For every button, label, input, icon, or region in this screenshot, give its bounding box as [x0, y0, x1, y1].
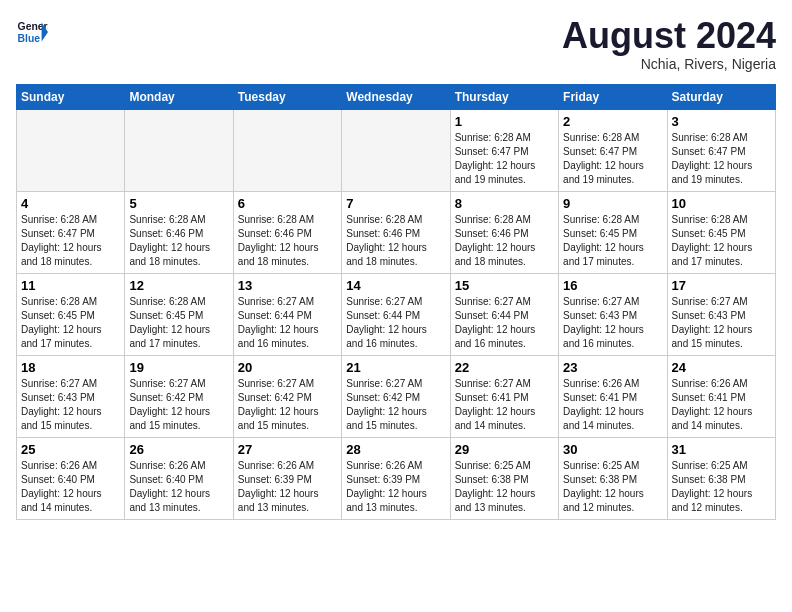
- calendar-cell: 4Sunrise: 6:28 AMSunset: 6:47 PMDaylight…: [17, 191, 125, 273]
- day-number: 13: [238, 278, 337, 293]
- day-number: 4: [21, 196, 120, 211]
- calendar-cell: 24Sunrise: 6:26 AMSunset: 6:41 PMDayligh…: [667, 355, 775, 437]
- calendar-cell: 10Sunrise: 6:28 AMSunset: 6:45 PMDayligh…: [667, 191, 775, 273]
- day-info: Sunrise: 6:26 AMSunset: 6:41 PMDaylight:…: [672, 377, 771, 433]
- calendar-cell: 9Sunrise: 6:28 AMSunset: 6:45 PMDaylight…: [559, 191, 667, 273]
- calendar-cell: 12Sunrise: 6:28 AMSunset: 6:45 PMDayligh…: [125, 273, 233, 355]
- day-info: Sunrise: 6:28 AMSunset: 6:45 PMDaylight:…: [672, 213, 771, 269]
- calendar-cell: 29Sunrise: 6:25 AMSunset: 6:38 PMDayligh…: [450, 437, 558, 519]
- calendar-cell: 18Sunrise: 6:27 AMSunset: 6:43 PMDayligh…: [17, 355, 125, 437]
- calendar-cell: 25Sunrise: 6:26 AMSunset: 6:40 PMDayligh…: [17, 437, 125, 519]
- day-info: Sunrise: 6:28 AMSunset: 6:45 PMDaylight:…: [129, 295, 228, 351]
- day-number: 21: [346, 360, 445, 375]
- calendar-cell: 11Sunrise: 6:28 AMSunset: 6:45 PMDayligh…: [17, 273, 125, 355]
- calendar-cell: 19Sunrise: 6:27 AMSunset: 6:42 PMDayligh…: [125, 355, 233, 437]
- day-info: Sunrise: 6:28 AMSunset: 6:45 PMDaylight:…: [21, 295, 120, 351]
- day-number: 29: [455, 442, 554, 457]
- day-info: Sunrise: 6:28 AMSunset: 6:46 PMDaylight:…: [346, 213, 445, 269]
- page-header: General Blue August 2024 Nchia, Rivers, …: [16, 16, 776, 72]
- day-number: 14: [346, 278, 445, 293]
- day-number: 25: [21, 442, 120, 457]
- calendar-cell: 23Sunrise: 6:26 AMSunset: 6:41 PMDayligh…: [559, 355, 667, 437]
- day-info: Sunrise: 6:26 AMSunset: 6:39 PMDaylight:…: [346, 459, 445, 515]
- weekday-saturday: Saturday: [667, 84, 775, 109]
- calendar-cell: 7Sunrise: 6:28 AMSunset: 6:46 PMDaylight…: [342, 191, 450, 273]
- day-number: 28: [346, 442, 445, 457]
- day-info: Sunrise: 6:28 AMSunset: 6:47 PMDaylight:…: [455, 131, 554, 187]
- calendar-week-4: 18Sunrise: 6:27 AMSunset: 6:43 PMDayligh…: [17, 355, 776, 437]
- calendar-cell: 20Sunrise: 6:27 AMSunset: 6:42 PMDayligh…: [233, 355, 341, 437]
- day-number: 19: [129, 360, 228, 375]
- location-subtitle: Nchia, Rivers, Nigeria: [562, 56, 776, 72]
- day-info: Sunrise: 6:28 AMSunset: 6:47 PMDaylight:…: [563, 131, 662, 187]
- day-info: Sunrise: 6:27 AMSunset: 6:42 PMDaylight:…: [238, 377, 337, 433]
- calendar-cell: 30Sunrise: 6:25 AMSunset: 6:38 PMDayligh…: [559, 437, 667, 519]
- day-number: 30: [563, 442, 662, 457]
- calendar-week-3: 11Sunrise: 6:28 AMSunset: 6:45 PMDayligh…: [17, 273, 776, 355]
- weekday-monday: Monday: [125, 84, 233, 109]
- calendar-cell: 8Sunrise: 6:28 AMSunset: 6:46 PMDaylight…: [450, 191, 558, 273]
- day-info: Sunrise: 6:26 AMSunset: 6:39 PMDaylight:…: [238, 459, 337, 515]
- weekday-sunday: Sunday: [17, 84, 125, 109]
- day-info: Sunrise: 6:25 AMSunset: 6:38 PMDaylight:…: [672, 459, 771, 515]
- day-info: Sunrise: 6:27 AMSunset: 6:44 PMDaylight:…: [455, 295, 554, 351]
- calendar-cell: 15Sunrise: 6:27 AMSunset: 6:44 PMDayligh…: [450, 273, 558, 355]
- calendar-cell: 6Sunrise: 6:28 AMSunset: 6:46 PMDaylight…: [233, 191, 341, 273]
- calendar-cell: 26Sunrise: 6:26 AMSunset: 6:40 PMDayligh…: [125, 437, 233, 519]
- day-number: 1: [455, 114, 554, 129]
- calendar-cell: 21Sunrise: 6:27 AMSunset: 6:42 PMDayligh…: [342, 355, 450, 437]
- weekday-thursday: Thursday: [450, 84, 558, 109]
- day-info: Sunrise: 6:27 AMSunset: 6:41 PMDaylight:…: [455, 377, 554, 433]
- calendar-cell: 22Sunrise: 6:27 AMSunset: 6:41 PMDayligh…: [450, 355, 558, 437]
- calendar-cell: 3Sunrise: 6:28 AMSunset: 6:47 PMDaylight…: [667, 109, 775, 191]
- calendar-week-5: 25Sunrise: 6:26 AMSunset: 6:40 PMDayligh…: [17, 437, 776, 519]
- day-number: 20: [238, 360, 337, 375]
- day-info: Sunrise: 6:27 AMSunset: 6:44 PMDaylight:…: [238, 295, 337, 351]
- calendar-cell: 2Sunrise: 6:28 AMSunset: 6:47 PMDaylight…: [559, 109, 667, 191]
- day-info: Sunrise: 6:26 AMSunset: 6:40 PMDaylight:…: [129, 459, 228, 515]
- day-info: Sunrise: 6:27 AMSunset: 6:43 PMDaylight:…: [672, 295, 771, 351]
- day-info: Sunrise: 6:26 AMSunset: 6:41 PMDaylight:…: [563, 377, 662, 433]
- calendar-table: SundayMondayTuesdayWednesdayThursdayFrid…: [16, 84, 776, 520]
- calendar-week-1: 1Sunrise: 6:28 AMSunset: 6:47 PMDaylight…: [17, 109, 776, 191]
- day-number: 12: [129, 278, 228, 293]
- calendar-cell: 1Sunrise: 6:28 AMSunset: 6:47 PMDaylight…: [450, 109, 558, 191]
- day-number: 3: [672, 114, 771, 129]
- day-number: 26: [129, 442, 228, 457]
- calendar-cell: 31Sunrise: 6:25 AMSunset: 6:38 PMDayligh…: [667, 437, 775, 519]
- title-block: August 2024 Nchia, Rivers, Nigeria: [562, 16, 776, 72]
- day-number: 16: [563, 278, 662, 293]
- day-info: Sunrise: 6:27 AMSunset: 6:44 PMDaylight:…: [346, 295, 445, 351]
- day-number: 5: [129, 196, 228, 211]
- weekday-wednesday: Wednesday: [342, 84, 450, 109]
- day-info: Sunrise: 6:28 AMSunset: 6:47 PMDaylight:…: [672, 131, 771, 187]
- day-number: 15: [455, 278, 554, 293]
- day-info: Sunrise: 6:27 AMSunset: 6:43 PMDaylight:…: [21, 377, 120, 433]
- day-number: 7: [346, 196, 445, 211]
- day-number: 17: [672, 278, 771, 293]
- day-number: 2: [563, 114, 662, 129]
- day-info: Sunrise: 6:28 AMSunset: 6:45 PMDaylight:…: [563, 213, 662, 269]
- day-number: 11: [21, 278, 120, 293]
- day-info: Sunrise: 6:28 AMSunset: 6:46 PMDaylight:…: [129, 213, 228, 269]
- calendar-cell: 27Sunrise: 6:26 AMSunset: 6:39 PMDayligh…: [233, 437, 341, 519]
- weekday-header-row: SundayMondayTuesdayWednesdayThursdayFrid…: [17, 84, 776, 109]
- calendar-week-2: 4Sunrise: 6:28 AMSunset: 6:47 PMDaylight…: [17, 191, 776, 273]
- logo: General Blue: [16, 16, 48, 48]
- calendar-body: 1Sunrise: 6:28 AMSunset: 6:47 PMDaylight…: [17, 109, 776, 519]
- day-info: Sunrise: 6:27 AMSunset: 6:42 PMDaylight:…: [129, 377, 228, 433]
- day-number: 27: [238, 442, 337, 457]
- calendar-cell: [342, 109, 450, 191]
- calendar-cell: [233, 109, 341, 191]
- day-info: Sunrise: 6:28 AMSunset: 6:46 PMDaylight:…: [455, 213, 554, 269]
- calendar-cell: [125, 109, 233, 191]
- day-number: 22: [455, 360, 554, 375]
- day-number: 18: [21, 360, 120, 375]
- calendar-cell: 28Sunrise: 6:26 AMSunset: 6:39 PMDayligh…: [342, 437, 450, 519]
- logo-icon: General Blue: [16, 16, 48, 48]
- svg-text:Blue: Blue: [18, 33, 41, 44]
- calendar-cell: 16Sunrise: 6:27 AMSunset: 6:43 PMDayligh…: [559, 273, 667, 355]
- day-info: Sunrise: 6:25 AMSunset: 6:38 PMDaylight:…: [563, 459, 662, 515]
- day-number: 10: [672, 196, 771, 211]
- weekday-friday: Friday: [559, 84, 667, 109]
